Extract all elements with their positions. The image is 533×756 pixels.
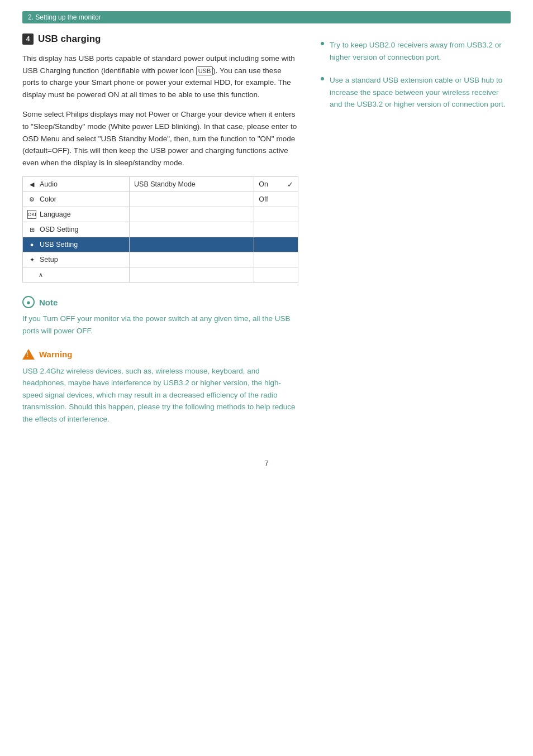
table-row-up: ∧ xyxy=(23,267,298,283)
audio-icon: ◀ xyxy=(27,180,36,189)
note-section: ● Note If you Turn OFF your monitor via … xyxy=(22,296,298,337)
menu-label-color: Color xyxy=(40,195,56,203)
osd-menu-table: ◀ Audio USB Standby Mode On ✓ xyxy=(22,176,298,283)
menu-label-setup: Setup xyxy=(40,256,58,264)
on-cell: On ✓ xyxy=(254,177,298,192)
usb-setting-icon: ● xyxy=(27,240,36,249)
warning-title: Warning xyxy=(39,350,72,359)
warning-icon xyxy=(22,348,35,361)
usb-standby-header: USB Standby Mode xyxy=(130,177,254,192)
up-icon: ∧ xyxy=(36,270,45,279)
page-number: 7 xyxy=(22,459,511,467)
osd-setting-icon: ⊞ xyxy=(27,225,36,234)
warning-section: Warning USB 2.4Ghz wireless devices, suc… xyxy=(22,348,298,425)
setup-icon: ✦ xyxy=(27,255,36,264)
section-number: 4 xyxy=(22,34,34,45)
menu-label-usb-setting: USB Setting xyxy=(40,241,78,248)
bullet-list: Try to keep USB2.0 receivers away from U… xyxy=(321,39,511,111)
body-paragraph-2: Some select Philips displays may not Pow… xyxy=(22,108,298,169)
bullet-dot-1 xyxy=(321,42,324,45)
section-title: USB charging xyxy=(38,34,101,45)
usb-icon: USB xyxy=(196,66,213,75)
bullet-dot-2 xyxy=(321,77,324,80)
menu-label-language: Language xyxy=(40,210,71,218)
checkmark: ✓ xyxy=(287,180,293,189)
table-row-language: OKI Language xyxy=(23,207,298,222)
bullet-text-1: Try to keep USB2.0 receivers away from U… xyxy=(330,39,511,63)
left-column: 4 USB charging This display has USB port… xyxy=(22,34,298,437)
list-item-1: Try to keep USB2.0 receivers away from U… xyxy=(321,39,511,63)
note-text: If you Turn OFF your monitor via the pow… xyxy=(22,313,298,337)
table-row-usb-setting: ● USB Setting xyxy=(23,237,298,252)
list-item-2: Use a standard USB extension cable or US… xyxy=(321,74,511,111)
table-row-color: ⚙ Color Off xyxy=(23,192,298,207)
section-heading: 4 USB charging xyxy=(22,34,298,45)
color-icon: ⚙ xyxy=(27,195,36,204)
right-column: Try to keep USB2.0 receivers away from U… xyxy=(321,34,511,437)
warning-triangle xyxy=(22,349,35,360)
table-row-audio: ◀ Audio USB Standby Mode On ✓ xyxy=(23,177,298,192)
warning-header: Warning xyxy=(22,348,298,361)
off-cell: Off xyxy=(254,192,298,207)
language-icon: OKI xyxy=(27,210,36,219)
breadcrumb: 2. Setting up the monitor xyxy=(22,11,511,23)
table-row-osd-setting: ⊞ OSD Setting xyxy=(23,222,298,237)
note-title: Note xyxy=(39,298,58,307)
body-paragraph-1: This display has USB ports capable of st… xyxy=(22,52,298,101)
page-container: 2. Setting up the monitor 4 USB charging… xyxy=(0,0,533,756)
menu-label-osd-setting: OSD Setting xyxy=(40,226,78,233)
menu-label-audio: Audio xyxy=(40,180,58,188)
warning-text: USB 2.4Ghz wireless devices, such as, wi… xyxy=(22,365,298,425)
note-icon: ● xyxy=(22,296,35,308)
table-row-setup: ✦ Setup xyxy=(23,252,298,267)
note-header: ● Note xyxy=(22,296,298,308)
bullet-text-2: Use a standard USB extension cable or US… xyxy=(330,74,511,111)
